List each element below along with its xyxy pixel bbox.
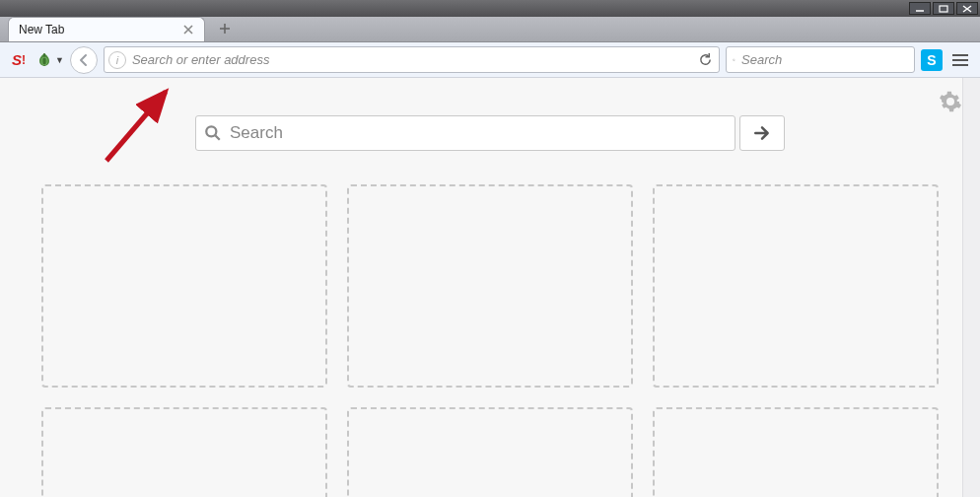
svg-line-12 <box>215 135 220 140</box>
plus-icon <box>219 23 231 35</box>
search-submit-button[interactable] <box>739 115 785 151</box>
onion-icon <box>35 51 53 69</box>
svg-line-10 <box>735 60 735 61</box>
search-input[interactable] <box>741 52 908 67</box>
search-bar[interactable] <box>726 46 915 73</box>
reload-icon <box>698 52 713 67</box>
top-site-tile[interactable] <box>41 407 327 497</box>
minimize-button[interactable] <box>909 2 931 15</box>
top-site-tile[interactable] <box>41 184 327 388</box>
new-tab-button[interactable] <box>213 18 237 39</box>
maximize-button[interactable] <box>933 2 954 15</box>
url-input[interactable] <box>132 52 689 67</box>
skype-button[interactable]: S <box>921 49 943 71</box>
svg-rect-1 <box>940 6 947 12</box>
site-info-icon[interactable]: i <box>108 51 126 69</box>
close-window-button[interactable] <box>956 2 978 15</box>
url-bar[interactable]: i <box>104 46 720 73</box>
window-titlebar <box>0 0 980 17</box>
back-arrow-icon <box>77 53 91 67</box>
hamburger-icon <box>952 54 968 56</box>
customize-gear-button[interactable] <box>939 90 962 116</box>
tor-onion-button[interactable]: ▼ <box>35 51 64 69</box>
content-area <box>0 78 980 497</box>
newtab-search-box[interactable] <box>195 115 735 151</box>
top-site-tile[interactable] <box>347 407 633 497</box>
svg-point-11 <box>206 126 216 136</box>
extension-s-icon[interactable]: S <box>8 49 30 71</box>
gear-icon <box>939 90 962 113</box>
tab-strip: New Tab <box>0 17 980 42</box>
tab-close-button[interactable] <box>180 22 196 37</box>
top-site-tile[interactable] <box>653 407 939 497</box>
top-site-tile[interactable] <box>347 184 633 388</box>
tab-title: New Tab <box>19 23 180 36</box>
vertical-scrollbar[interactable] <box>962 78 980 497</box>
top-sites-grid <box>0 151 980 497</box>
tab-new-tab[interactable]: New Tab <box>8 17 205 41</box>
search-icon <box>204 124 222 142</box>
navigation-toolbar: S ▼ i S <box>0 42 980 78</box>
search-icon <box>733 53 735 67</box>
svg-point-9 <box>733 58 735 60</box>
skype-icon: S <box>927 52 936 68</box>
menu-button[interactable] <box>948 48 972 72</box>
close-icon <box>183 25 193 35</box>
chevron-down-icon: ▼ <box>55 55 64 65</box>
top-site-tile[interactable] <box>653 184 939 388</box>
newtab-search-input[interactable] <box>230 123 727 143</box>
arrow-right-icon <box>753 124 771 142</box>
back-button[interactable] <box>70 46 98 74</box>
reload-button[interactable] <box>695 52 715 67</box>
